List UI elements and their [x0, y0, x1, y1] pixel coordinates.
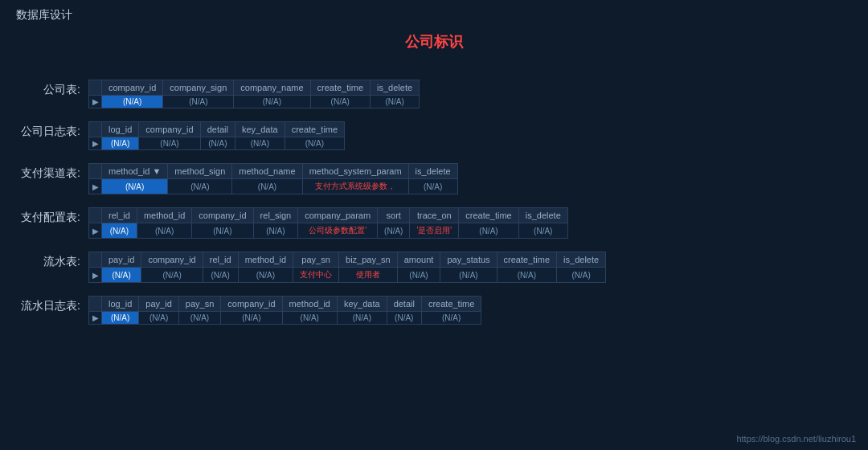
cell-4-3: (N/A): [238, 268, 293, 283]
db-table-4: pay_idcompany_idrel_idmethod_idpay_snbiz…: [88, 252, 606, 283]
page-title: 数据库设计: [0, 0, 868, 27]
col-header-4-1: company_id: [141, 252, 203, 268]
table-group-1: 公司日志表:log_idcompany_iddetailkey_datacrea…: [16, 121, 852, 150]
cell-4-5: 使用者: [339, 268, 398, 283]
col-header-2-0: method_id ▼: [102, 164, 168, 179]
footer-url: https://blog.csdn.net/liuzhirou1: [736, 434, 856, 444]
table-label-2: 支付渠道表:: [16, 163, 88, 181]
col-header-3-4: company_param: [298, 208, 378, 223]
cell-1-3: (N/A): [235, 137, 285, 150]
cell-3-3: (N/A): [253, 223, 298, 239]
col-header-2-1: method_sign: [168, 164, 232, 179]
db-table-0: company_idcompany_signcompany_namecreate…: [88, 80, 420, 108]
table-group-5: 流水日志表:log_idpay_idpay_sncompany_idmethod…: [16, 296, 852, 325]
cell-1-2: (N/A): [200, 137, 235, 150]
col-header-1-1: company_id: [139, 122, 200, 137]
col-header-4-0: pay_id: [102, 252, 141, 268]
col-header-4-9: is_delete: [557, 252, 606, 268]
col-header-2-4: is_delete: [408, 164, 457, 179]
cell-3-0: (N/A): [102, 223, 137, 239]
table-group-3: 支付配置表:rel_idmethod_idcompany_idrel_signc…: [16, 207, 852, 239]
db-table-wrapper-5: log_idpay_idpay_sncompany_idmethod_idkey…: [88, 296, 852, 325]
col-header-4-8: create_time: [497, 252, 556, 268]
col-header-4-4: pay_sn: [293, 252, 339, 268]
cell-1-1: (N/A): [139, 137, 200, 150]
col-header-0-1: company_sign: [163, 80, 234, 96]
cell-5-2: (N/A): [178, 312, 220, 325]
col-header-3-1: method_id: [137, 208, 191, 223]
table-group-4: 流水表:pay_idcompany_idrel_idmethod_idpay_s…: [16, 252, 852, 283]
table-group-2: 支付渠道表:method_id ▼method_signmethod_namem…: [16, 163, 852, 194]
col-header-5-7: create_time: [421, 297, 481, 312]
db-table-3: rel_idmethod_idcompany_idrel_signcompany…: [88, 207, 568, 239]
col-header-3-8: is_delete: [518, 208, 567, 223]
cell-3-1: (N/A): [137, 223, 191, 239]
col-header-4-2: rel_id: [203, 252, 238, 268]
col-header-3-3: rel_sign: [253, 208, 298, 223]
col-header-0-0: company_id: [102, 80, 163, 96]
cell-5-5: (N/A): [337, 312, 387, 325]
main-label: 公司标识: [405, 32, 463, 51]
col-header-3-5: sort: [378, 208, 410, 223]
col-header-1-0: log_id: [102, 122, 139, 137]
cell-1-0: (N/A): [102, 137, 139, 150]
col-header-5-2: pay_sn: [178, 297, 220, 312]
cell-3-8: (N/A): [518, 223, 567, 239]
cell-5-4: (N/A): [282, 312, 337, 325]
cell-2-1: (N/A): [168, 179, 232, 194]
col-header-5-6: detail: [387, 297, 421, 312]
row-arrow-4: ▶: [89, 268, 102, 283]
cell-2-3: 支付方式系统级参数，: [302, 179, 408, 194]
cell-3-2: (N/A): [192, 223, 253, 239]
cell-5-7: (N/A): [421, 312, 481, 325]
row-arrow-0: ▶: [89, 96, 102, 108]
col-header-3-6: trace_on: [410, 208, 459, 223]
col-header-3-7: create_time: [459, 208, 518, 223]
col-header-5-5: key_data: [337, 297, 387, 312]
col-header-2-2: method_name: [232, 164, 302, 179]
db-table-1: log_idcompany_iddetailkey_datacreate_tim…: [88, 121, 345, 150]
row-arrow-1: ▶: [89, 137, 102, 150]
db-table-wrapper-3: rel_idmethod_idcompany_idrel_signcompany…: [88, 207, 852, 239]
col-header-0-4: is_delete: [371, 80, 420, 96]
cell-5-3: (N/A): [221, 312, 282, 325]
col-header-4-7: pay_status: [440, 252, 497, 268]
table-label-1: 公司日志表:: [16, 121, 88, 139]
cell-5-1: (N/A): [139, 312, 178, 325]
col-header-5-1: pay_id: [139, 297, 178, 312]
cell-2-4: (N/A): [408, 179, 457, 194]
cell-4-9: (N/A): [557, 268, 606, 283]
row-arrow-3: ▶: [89, 223, 102, 239]
table-label-0: 公司表:: [16, 80, 88, 97]
col-header-4-3: method_id: [238, 252, 293, 268]
cell-4-8: (N/A): [497, 268, 556, 283]
row-arrow-2: ▶: [89, 179, 102, 194]
table-label-5: 流水日志表:: [16, 296, 88, 313]
cell-4-4: 支付中心: [293, 268, 339, 283]
col-header-1-3: key_data: [235, 122, 285, 137]
db-table-2: method_id ▼method_signmethod_namemethod_…: [88, 163, 458, 194]
table-group-0: 公司表:company_idcompany_signcompany_namecr…: [16, 80, 852, 108]
col-header-4-5: biz_pay_sn: [339, 252, 398, 268]
col-header-5-4: method_id: [282, 297, 337, 312]
db-table-wrapper-0: company_idcompany_signcompany_namecreate…: [88, 80, 852, 108]
cell-1-4: (N/A): [285, 137, 344, 150]
col-header-5-3: company_id: [221, 297, 282, 312]
content-area: 公司表:company_idcompany_signcompany_namecr…: [0, 80, 868, 325]
cell-0-3: (N/A): [310, 96, 370, 108]
table-label-4: 流水表:: [16, 252, 88, 269]
cell-5-6: (N/A): [387, 312, 421, 325]
cell-4-7: (N/A): [440, 268, 497, 283]
db-table-wrapper-2: method_id ▼method_signmethod_namemethod_…: [88, 163, 852, 194]
db-table-wrapper-1: log_idcompany_iddetailkey_datacreate_tim…: [88, 121, 852, 150]
cell-4-6: (N/A): [397, 268, 440, 283]
cell-3-7: (N/A): [459, 223, 518, 239]
db-table-5: log_idpay_idpay_sncompany_idmethod_idkey…: [88, 296, 481, 325]
col-header-2-3: method_system_param: [302, 164, 408, 179]
cell-3-5: (N/A): [378, 223, 410, 239]
cell-0-2: (N/A): [234, 96, 310, 108]
db-table-wrapper-4: pay_idcompany_idrel_idmethod_idpay_snbiz…: [88, 252, 852, 283]
col-header-5-0: log_id: [102, 297, 139, 312]
cell-3-6: '是否启用': [410, 223, 459, 239]
cell-4-1: (N/A): [141, 268, 203, 283]
